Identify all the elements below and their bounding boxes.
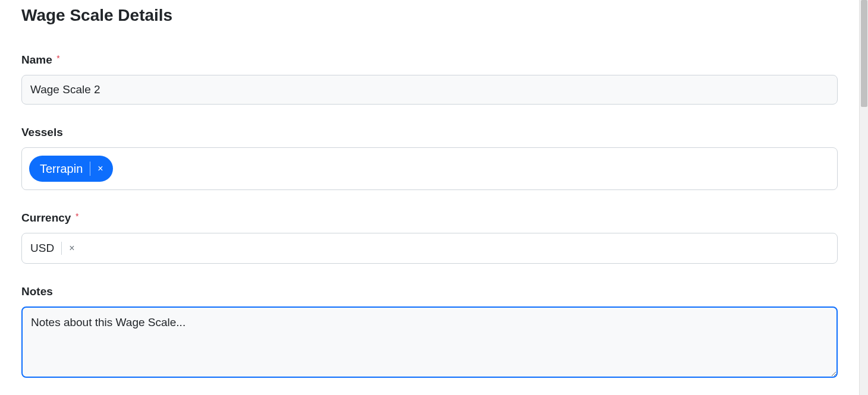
vessel-tag-remove-button[interactable]: × <box>96 164 104 173</box>
close-icon: × <box>69 243 74 253</box>
name-label: Name <box>21 53 52 67</box>
currency-clear-button[interactable]: × <box>69 244 74 253</box>
page-title: Wage Scale Details <box>21 6 838 25</box>
vessels-field-group: Vessels Terrapin × <box>21 126 838 190</box>
notes-textarea[interactable] <box>21 306 838 378</box>
notes-field-group: Notes <box>21 285 838 380</box>
currency-select[interactable]: USD × <box>21 233 838 264</box>
close-icon: × <box>98 163 103 173</box>
currency-field-group: Currency * USD × <box>21 211 838 264</box>
form-container: Wage Scale Details Name * Vessels Terrap… <box>0 0 859 380</box>
vessels-label-wrapper: Vessels <box>21 126 838 147</box>
name-input[interactable] <box>21 75 838 105</box>
notes-label-wrapper: Notes <box>21 285 838 306</box>
notes-label: Notes <box>21 285 53 298</box>
currency-label: Currency <box>21 211 71 225</box>
name-field-group: Name * <box>21 53 838 105</box>
select-divider <box>61 242 62 255</box>
tag-divider <box>90 162 90 176</box>
vessel-tag-label: Terrapin <box>40 162 90 176</box>
vessels-label: Vessels <box>21 126 63 139</box>
vessel-tag: Terrapin × <box>29 156 113 182</box>
vertical-scrollbar[interactable] <box>859 0 868 395</box>
vessels-tag-input[interactable]: Terrapin × <box>21 147 838 190</box>
currency-label-wrapper: Currency * <box>21 211 838 233</box>
currency-value: USD <box>30 242 54 255</box>
name-label-wrapper: Name * <box>21 53 838 75</box>
required-asterisk-icon: * <box>76 211 78 221</box>
scrollbar-thumb[interactable] <box>861 0 867 107</box>
required-asterisk-icon: * <box>56 53 59 63</box>
